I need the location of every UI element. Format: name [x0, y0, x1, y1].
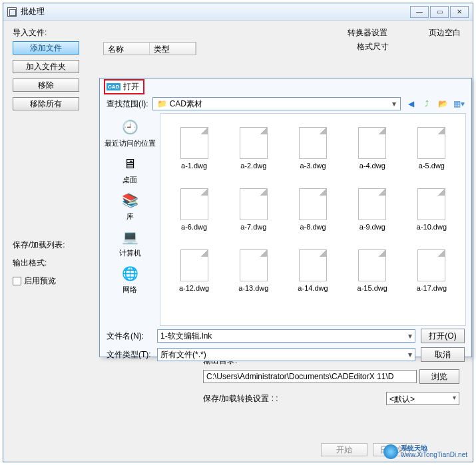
maximize-button[interactable]: ▭	[430, 6, 449, 18]
file-icon	[417, 127, 445, 159]
remove-button[interactable]: 移除	[13, 78, 79, 92]
file-item[interactable]: a-5.dwg	[403, 119, 460, 178]
toolbar-icons: ◀ ⤴ 📂 ▦▾	[405, 98, 465, 110]
file-icon	[299, 188, 327, 220]
page-margin-label: 页边空白	[429, 27, 461, 39]
network-icon: 🌐	[119, 263, 141, 283]
minimize-button[interactable]: —	[410, 6, 429, 18]
converter-settings-label: 转换器设置	[348, 27, 389, 39]
file-item[interactable]: a-9.dwg	[344, 180, 401, 239]
file-label: a-17.dwg	[417, 284, 447, 292]
places-bar: 🕘最近访问的位置 🖥桌面 📚库 💻计算机 🌐网络	[100, 113, 160, 326]
cancel-button[interactable]: 取消	[421, 347, 465, 362]
file-item[interactable]: a-12.dwg	[166, 241, 222, 300]
col-name[interactable]: 名称	[104, 43, 150, 55]
file-icon	[240, 127, 268, 159]
remove-all-button[interactable]: 移除所有	[13, 97, 79, 110]
file-label: a-12.dwg	[179, 284, 209, 292]
file-icon	[240, 188, 268, 220]
file-label: a-10.dwg	[417, 223, 447, 231]
file-item[interactable]: a-15.dwg	[344, 241, 401, 300]
file-item[interactable]: a-7.dwg	[225, 180, 282, 239]
file-icon	[180, 188, 208, 220]
place-recent-label: 最近访问的位置	[105, 138, 156, 148]
file-icon	[240, 249, 268, 281]
file-label: a-2.dwg	[240, 162, 266, 170]
place-recent[interactable]: 🕘最近访问的位置	[105, 117, 156, 148]
place-desktop[interactable]: 🖥桌面	[119, 154, 141, 185]
file-item[interactable]: a-4.dwg	[344, 119, 401, 178]
place-network[interactable]: 🌐网络	[119, 263, 141, 295]
desktop-icon: 🖥	[119, 154, 141, 174]
open-dialog-titlebar: CAD 打开	[100, 78, 471, 94]
place-libraries-label: 库	[126, 212, 134, 222]
computer-icon: 💻	[119, 227, 141, 247]
view-menu-icon[interactable]: ▦▾	[453, 98, 465, 110]
open-dialog: CAD 打开 查找范围(I): 📁 CAD素材 ◀ ⤴ 📂 ▦▾	[99, 78, 472, 357]
enable-preview-label: 启用预览	[24, 275, 56, 287]
file-icon	[358, 127, 386, 159]
file-icon	[417, 249, 445, 281]
file-item[interactable]: a-1.dwg	[166, 119, 222, 178]
output-format-label: 输出格式:	[13, 257, 91, 269]
titlebar: 批处理 — ▭ ✕	[3, 3, 473, 21]
open-dialog-title: 打开	[123, 81, 139, 92]
open-title-highlight: CAD 打开	[104, 79, 144, 94]
close-button[interactable]: ✕	[450, 6, 469, 18]
file-label: a-15.dwg	[357, 284, 387, 292]
file-item[interactable]: a-10.dwg	[403, 180, 460, 239]
file-item[interactable]: a-2.dwg	[225, 119, 282, 178]
place-computer-label: 计算机	[119, 248, 141, 258]
up-icon[interactable]: ⤴	[421, 98, 433, 110]
place-computer[interactable]: 💻计算机	[119, 227, 141, 258]
start-button[interactable]: 开始	[321, 443, 367, 456]
file-item[interactable]: a-3.dwg	[284, 119, 341, 178]
new-folder-icon[interactable]: 📂	[437, 98, 449, 110]
file-icon	[417, 188, 445, 220]
file-item[interactable]: a-8.dwg	[284, 180, 341, 239]
add-file-button[interactable]: 添加文件	[13, 41, 79, 55]
import-label: 导入文件:	[13, 27, 91, 39]
output-dir-input[interactable]: C:\Users\Administrator\Documents\CADEdit…	[203, 370, 417, 383]
open-dialog-body: 🕘最近访问的位置 🖥桌面 📚库 💻计算机 🌐网络 a-1.dwg a-2.dwg…	[100, 113, 471, 326]
file-label: a-9.dwg	[359, 223, 385, 231]
browse-button[interactable]: 浏览	[419, 369, 459, 384]
file-icon	[299, 127, 327, 159]
filename-input[interactable]: 1-软文编辑.lnk	[157, 329, 415, 343]
file-list[interactable]: a-1.dwg a-2.dwg a-3.dwg a-4.dwg a-5.dwg …	[160, 113, 466, 326]
col-type[interactable]: 类型	[150, 43, 196, 55]
lookin-value: CAD素材	[170, 98, 202, 110]
file-icon	[180, 127, 208, 159]
filetype-dropdown[interactable]: 所有文件(*.*)	[157, 348, 415, 361]
file-item[interactable]: a-13.dwg	[225, 241, 282, 300]
settings-preset-dropdown[interactable]: <默认>	[386, 392, 459, 405]
file-icon	[180, 249, 208, 281]
file-label: a-13.dwg	[238, 284, 268, 292]
file-label: a-4.dwg	[359, 162, 385, 170]
place-desktop-label: 桌面	[122, 175, 137, 185]
client-area: 导入文件: 添加文件 加入文件夹 移除 移除所有 保存/加载列表: 输出格式: …	[3, 21, 473, 462]
add-folder-button[interactable]: 加入文件夹	[13, 60, 79, 73]
place-libraries[interactable]: 📚库	[119, 190, 141, 222]
libraries-icon: 📚	[119, 190, 141, 210]
file-icon	[358, 249, 386, 281]
save-settings-label: 保存/加载转换设置 : :	[203, 393, 278, 404]
file-item[interactable]: a-17.dwg	[403, 241, 460, 300]
save-load-list-label: 保存/加载列表:	[13, 239, 91, 251]
back-icon[interactable]: ◀	[405, 98, 417, 110]
enable-preview-checkbox[interactable]	[13, 277, 21, 285]
file-list-header: 名称 类型	[103, 42, 196, 55]
filetype-label: 文件类型(T):	[107, 349, 152, 361]
recent-icon: 🕘	[119, 117, 141, 137]
file-label: a-8.dwg	[300, 223, 326, 231]
cad-icon: CAD	[107, 83, 120, 90]
file-item[interactable]: a-14.dwg	[284, 241, 341, 300]
open-button[interactable]: 打开(O)	[421, 329, 465, 343]
lookin-dropdown[interactable]: 📁 CAD素材	[152, 97, 401, 110]
enable-preview-row[interactable]: 启用预览	[13, 275, 91, 287]
place-network-label: 网络	[122, 285, 137, 295]
logo-icon	[383, 444, 398, 459]
file-icon	[358, 188, 386, 220]
file-icon	[299, 249, 327, 281]
file-item[interactable]: a-6.dwg	[166, 180, 222, 239]
